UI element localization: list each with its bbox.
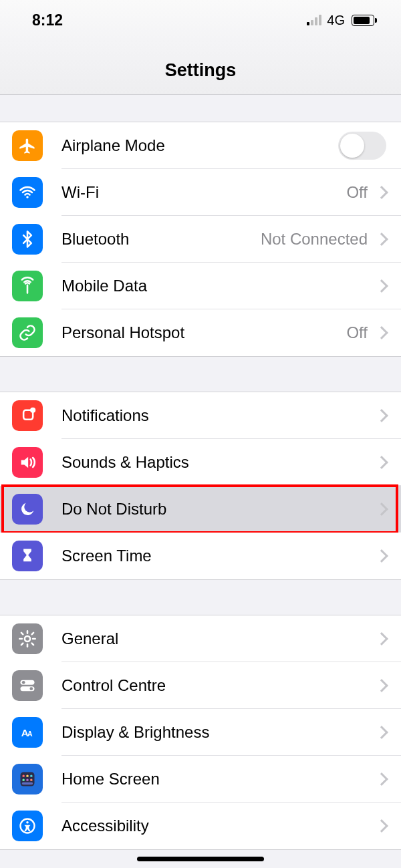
chevron-right-icon bbox=[375, 233, 388, 246]
row-hotspot[interactable]: Personal HotspotOff bbox=[0, 309, 401, 356]
svg-point-11 bbox=[22, 775, 25, 778]
status-right: 4G bbox=[307, 13, 377, 28]
chevron-right-icon bbox=[375, 409, 388, 422]
row-airplane[interactable]: Airplane Mode bbox=[0, 122, 401, 169]
svg-point-5 bbox=[22, 681, 25, 684]
row-label: Screen Time bbox=[61, 547, 373, 565]
svg-point-19 bbox=[26, 821, 29, 824]
row-dnd[interactable]: Do Not Disturb bbox=[0, 486, 401, 533]
link-icon bbox=[12, 317, 43, 348]
antenna-icon bbox=[12, 271, 43, 301]
airplane-toggle[interactable] bbox=[338, 132, 386, 160]
moon-icon bbox=[12, 494, 43, 525]
row-label: Bluetooth bbox=[61, 230, 261, 249]
svg-point-13 bbox=[30, 775, 33, 778]
row-value: Off bbox=[346, 183, 368, 202]
cellular-signal-icon bbox=[307, 15, 321, 25]
row-label: Notifications bbox=[61, 406, 373, 425]
wifi-icon bbox=[12, 177, 43, 208]
chevron-right-icon bbox=[375, 772, 388, 786]
row-label: Display & Brightness bbox=[61, 723, 373, 742]
chevron-right-icon bbox=[375, 279, 388, 293]
row-label: Accessibility bbox=[61, 817, 373, 835]
row-control[interactable]: Control Centre bbox=[0, 662, 401, 709]
aa-icon: AA bbox=[12, 717, 43, 748]
row-general[interactable]: General bbox=[0, 615, 401, 662]
row-display[interactable]: AADisplay & Brightness bbox=[0, 709, 401, 756]
network-type: 4G bbox=[327, 13, 345, 28]
svg-point-0 bbox=[26, 196, 29, 198]
page-title: Settings bbox=[0, 60, 401, 81]
person-icon bbox=[12, 811, 43, 841]
title-bar: Settings bbox=[0, 40, 401, 95]
row-label: Personal Hotspot bbox=[61, 323, 346, 342]
battery-icon bbox=[352, 15, 377, 26]
hourglass-icon bbox=[12, 541, 43, 571]
bluetooth-icon bbox=[12, 224, 43, 255]
row-label: Do Not Disturb bbox=[61, 500, 373, 519]
chevron-right-icon bbox=[375, 326, 388, 339]
svg-point-7 bbox=[30, 687, 33, 690]
row-screentime[interactable]: Screen Time bbox=[0, 533, 401, 579]
svg-point-15 bbox=[26, 778, 29, 781]
chevron-right-icon bbox=[375, 819, 388, 833]
row-mobile[interactable]: Mobile Data bbox=[0, 263, 401, 309]
gear-icon bbox=[12, 623, 43, 654]
row-homescreen[interactable]: Home Screen bbox=[0, 756, 401, 803]
row-wifi[interactable]: Wi-FiOff bbox=[0, 169, 401, 216]
status-time: 8:12 bbox=[32, 11, 63, 29]
home-indicator[interactable] bbox=[137, 857, 264, 861]
chevron-right-icon bbox=[375, 502, 388, 516]
row-label: Sounds & Haptics bbox=[61, 453, 373, 472]
speaker-icon bbox=[12, 447, 43, 478]
switches-icon bbox=[12, 670, 43, 701]
svg-point-14 bbox=[22, 778, 25, 781]
svg-point-12 bbox=[26, 775, 29, 778]
bell-icon bbox=[12, 400, 43, 431]
chevron-right-icon bbox=[375, 632, 388, 645]
chevron-right-icon bbox=[375, 186, 388, 199]
settings-section: Airplane ModeWi-FiOffBluetoothNot Connec… bbox=[0, 122, 401, 357]
svg-point-3 bbox=[25, 636, 30, 641]
row-value: Off bbox=[346, 323, 368, 342]
row-label: Airplane Mode bbox=[61, 136, 338, 155]
row-label: Control Centre bbox=[61, 676, 373, 695]
svg-text:A: A bbox=[27, 730, 33, 738]
row-label: Home Screen bbox=[61, 770, 373, 788]
row-notifications[interactable]: Notifications bbox=[0, 392, 401, 439]
row-value: Not Connected bbox=[261, 230, 368, 249]
status-bar: 8:12 4G bbox=[0, 0, 401, 40]
svg-rect-17 bbox=[22, 782, 33, 785]
row-accessibility[interactable]: Accessibility bbox=[0, 803, 401, 849]
row-label: Wi-Fi bbox=[61, 183, 346, 202]
airplane-icon bbox=[12, 130, 43, 161]
chevron-right-icon bbox=[375, 679, 388, 692]
chevron-right-icon bbox=[375, 456, 388, 469]
settings-section: GeneralControl CentreAADisplay & Brightn… bbox=[0, 615, 401, 850]
row-label: General bbox=[61, 629, 373, 648]
chevron-right-icon bbox=[375, 549, 388, 563]
settings-section: NotificationsSounds & HapticsDo Not Dist… bbox=[0, 392, 401, 580]
row-label: Mobile Data bbox=[61, 277, 373, 295]
grid-icon bbox=[12, 764, 43, 794]
svg-point-2 bbox=[30, 408, 35, 413]
row-bluetooth[interactable]: BluetoothNot Connected bbox=[0, 216, 401, 263]
svg-point-16 bbox=[30, 778, 33, 781]
chevron-right-icon bbox=[375, 726, 388, 739]
row-sounds[interactable]: Sounds & Haptics bbox=[0, 439, 401, 486]
